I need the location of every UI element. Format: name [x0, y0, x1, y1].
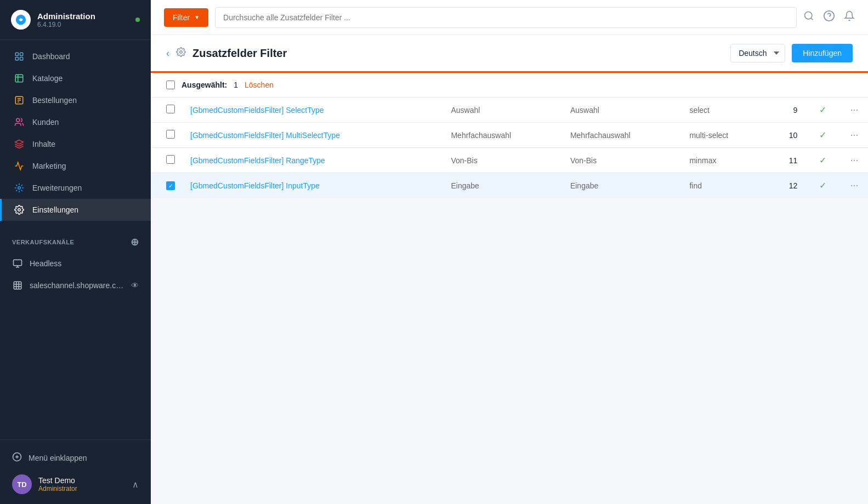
row-checkbox-cell — [151, 98, 183, 123]
svg-rect-2 — [20, 53, 23, 55]
back-button[interactable]: ‹ — [166, 48, 169, 59]
saleschannel-eye-icon: 👁 — [131, 281, 139, 290]
add-button[interactable]: Hinzufügen — [792, 44, 853, 62]
user-role: Administrator — [38, 485, 126, 492]
row-active: ✓ — [805, 123, 841, 148]
help-icon[interactable] — [823, 10, 835, 25]
row-col3: Eingabe — [563, 173, 682, 198]
row-col2: Mehrfachauswahl — [443, 123, 562, 148]
add-sales-channel-button[interactable]: ⊕ — [131, 236, 139, 248]
filter-button[interactable]: Filter ▼ — [164, 8, 208, 27]
row-actions[interactable]: ··· — [841, 148, 868, 173]
language-select[interactable]: Deutsch English — [730, 44, 785, 62]
selection-bar: Ausgewählt: 1 Löschen — [151, 73, 868, 98]
row-checkbox[interactable] — [166, 181, 175, 190]
row-actions[interactable]: ··· — [841, 123, 868, 148]
table-row: [GbmedCustomFieldsFilter] SelectType Aus… — [151, 98, 868, 123]
row-num: 9 — [767, 98, 805, 123]
collapse-menu-label: Menü einklappen — [29, 454, 87, 462]
sidebar-item-erweiterungen-label: Erweiterungen — [32, 184, 82, 192]
row-checkbox-cell — [151, 148, 183, 173]
sidebar-item-kunden-label: Kunden — [32, 118, 59, 127]
more-icon[interactable]: ··· — [850, 154, 858, 165]
master-checkbox[interactable] — [166, 81, 175, 89]
sidebar-item-marketing[interactable]: Marketing — [0, 155, 151, 177]
row-name[interactable]: [GbmedCustomFieldsFilter] SelectType — [183, 98, 443, 123]
row-name[interactable]: [GbmedCustomFieldsFilter] InputType — [183, 173, 443, 198]
svg-rect-3 — [15, 58, 18, 60]
orders-icon — [14, 95, 25, 106]
sidebar-item-einstellungen[interactable]: Einstellungen — [0, 199, 151, 221]
sidebar-item-headless[interactable]: Headless — [0, 253, 151, 274]
saleschannel-label: saleschannel.shopware.co... — [30, 281, 124, 290]
row-checkbox[interactable] — [166, 105, 175, 113]
row-checkbox-cell — [151, 173, 183, 198]
user-info: Test Demo Administrator — [38, 476, 126, 492]
sidebar-item-dashboard-label: Dashboard — [32, 52, 70, 61]
notifications-icon[interactable] — [844, 10, 855, 24]
svg-point-13 — [18, 187, 21, 190]
row-active: ✓ — [805, 148, 841, 173]
sidebar-item-einstellungen-label: Einstellungen — [32, 205, 78, 214]
content-icon — [14, 139, 25, 150]
row-actions[interactable]: ··· — [841, 173, 868, 198]
row-active: ✓ — [805, 98, 841, 123]
sidebar-footer: Menü einklappen TD Test Demo Administrat… — [0, 439, 151, 504]
extensions-icon — [14, 182, 25, 193]
sidebar-item-inhalte-label: Inhalte — [32, 140, 55, 148]
svg-rect-18 — [14, 282, 21, 289]
row-num: 10 — [767, 123, 805, 148]
sidebar-header: Administration 6.4.19.0 — [0, 0, 151, 40]
filter-chevron-icon: ▼ — [194, 14, 200, 20]
catalog-icon — [14, 73, 25, 84]
selection-count: 1 — [234, 81, 238, 89]
row-col3: Von-Bis — [563, 148, 682, 173]
page-settings-icon[interactable] — [176, 47, 186, 60]
more-icon[interactable]: ··· — [850, 180, 858, 191]
search-icon[interactable] — [803, 10, 814, 24]
data-table: [GbmedCustomFieldsFilter] SelectType Aus… — [151, 98, 868, 198]
sidebar-item-kunden[interactable]: Kunden — [0, 111, 151, 133]
more-icon[interactable]: ··· — [850, 104, 858, 115]
sidebar-item-kataloge[interactable]: Kataloge — [0, 67, 151, 89]
topbar: Filter ▼ — [151, 0, 868, 35]
svg-rect-4 — [20, 58, 23, 60]
sidebar-item-saleschannel[interactable]: saleschannel.shopware.co... 👁 — [0, 274, 151, 296]
row-num: 12 — [767, 173, 805, 198]
headless-label: Headless — [30, 259, 61, 268]
svg-point-14 — [18, 209, 21, 211]
row-checkbox[interactable] — [166, 130, 175, 139]
svg-point-26 — [805, 12, 812, 19]
row-checkbox-cell — [151, 123, 183, 148]
user-avatar: TD — [12, 474, 32, 494]
settings-icon — [14, 204, 25, 215]
more-icon[interactable]: ··· — [850, 129, 858, 140]
sidebar-item-marketing-label: Marketing — [32, 162, 66, 170]
sidebar-item-inhalte[interactable]: Inhalte — [0, 133, 151, 155]
sidebar-item-dashboard[interactable]: Dashboard — [0, 45, 151, 67]
app-name: Administration — [37, 12, 95, 21]
row-checkbox[interactable] — [166, 155, 175, 164]
svg-rect-1 — [15, 53, 18, 55]
delete-link[interactable]: Löschen — [245, 81, 274, 89]
row-num: 11 — [767, 148, 805, 173]
svg-rect-5 — [15, 75, 23, 82]
user-profile[interactable]: TD Test Demo Administrator ∧ — [12, 468, 139, 496]
table-area: Ausgewählt: 1 Löschen [GbmedCustomFields… — [151, 73, 868, 504]
row-col4: multi-select — [682, 123, 767, 148]
row-name[interactable]: [GbmedCustomFieldsFilter] MultiSelectTyp… — [183, 123, 443, 148]
row-actions[interactable]: ··· — [841, 98, 868, 123]
section-title-label: Verkaufskanäle — [12, 239, 74, 245]
main-content: Filter ▼ ‹ Zusatzfelder Filter Deutsch E… — [151, 0, 868, 504]
svg-rect-15 — [14, 260, 22, 266]
svg-point-12 — [16, 118, 20, 122]
search-input[interactable] — [215, 7, 797, 28]
row-name[interactable]: [GbmedCustomFieldsFilter] RangeType — [183, 148, 443, 173]
row-col4: find — [682, 173, 767, 198]
sidebar-item-erweiterungen[interactable]: Erweiterungen — [0, 177, 151, 199]
collapse-menu-button[interactable]: Menü einklappen — [12, 448, 139, 468]
page-title: Zusatzfelder Filter — [192, 47, 724, 60]
sidebar-nav: Dashboard Kataloge Bestellungen Kunden I… — [0, 40, 151, 226]
sidebar-item-bestellungen[interactable]: Bestellungen — [0, 89, 151, 111]
headless-icon — [12, 258, 23, 269]
